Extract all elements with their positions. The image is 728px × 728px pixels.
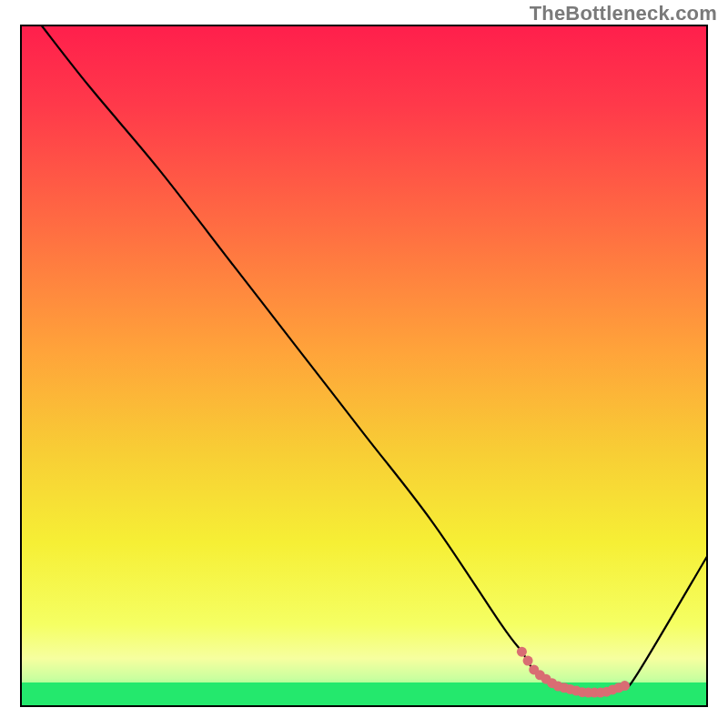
chart-container: TheBottleneck.com (0, 0, 728, 728)
floor-marker-dot (620, 681, 630, 691)
floor-marker-dot (523, 656, 533, 666)
watermark-text: TheBottleneck.com (530, 2, 717, 25)
floor-marker-dot (517, 647, 527, 657)
chart-svg (0, 0, 728, 728)
